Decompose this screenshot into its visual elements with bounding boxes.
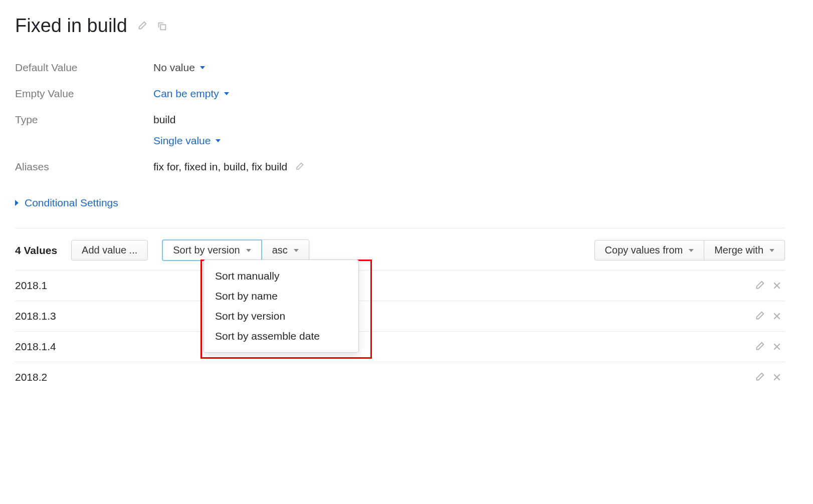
default-value-text: No value [153,62,195,74]
copy-values-from-label: Copy values from [605,244,683,256]
value-row: 2018.1 [15,270,785,301]
page-title: Fixed in build [15,15,127,37]
merge-with-label: Merge with [714,244,763,256]
chevron-down-icon [769,249,774,252]
copy-values-from-button[interactable]: Copy values from [594,240,705,261]
value-row: 2018.1.3 [15,301,785,331]
type-mode-dropdown[interactable]: Single value [153,135,221,147]
values-toolbar: 4 Values Add value ... Sort by version a… [15,228,785,270]
sort-direction-label: asc [272,244,288,256]
value-row: 2018.2 [15,362,785,392]
empty-value-label: Empty Value [15,88,153,100]
aliases-row: Aliases fix for, fixed in, build, fix bu… [15,154,785,180]
sort-direction-button[interactable]: asc [262,239,309,261]
sort-dropdown: Sort manually Sort by name Sort by versi… [204,260,359,353]
type-value: build [153,114,221,126]
values-list: 2018.1 2018.1.3 [15,270,785,392]
type-row: Type build Single value [15,107,785,154]
chevron-down-icon [200,66,205,69]
copy-icon[interactable] [156,21,167,32]
edit-aliases-icon[interactable] [294,162,304,172]
aliases-label: Aliases [15,161,153,173]
value-row: 2018.1.4 [15,331,785,362]
value-name: 2018.1 [15,280,754,292]
right-button-group: Copy values from Merge with [594,240,785,261]
sort-by-label: Sort by version [173,244,240,256]
sort-button-group: Sort by version asc [162,239,309,261]
svg-rect-0 [160,25,165,30]
default-value-label: Default Value [15,62,153,74]
edit-value-icon[interactable] [754,372,765,383]
chevron-down-icon [294,249,299,252]
values-container: 4 Values Add value ... Sort by version a… [15,228,785,392]
empty-value-text: Can be empty [153,88,219,100]
value-name: 2018.1.4 [15,341,754,353]
sort-option-assemble-date[interactable]: Sort by assemble date [204,326,358,346]
conditional-settings-toggle[interactable]: Conditional Settings [15,197,118,209]
delete-value-icon[interactable] [772,342,782,352]
delete-value-icon[interactable] [772,311,782,321]
edit-value-icon[interactable] [754,280,765,291]
value-name: 2018.1.3 [15,310,754,322]
type-label: Type [15,114,153,126]
edit-value-icon[interactable] [754,341,765,352]
empty-value-row: Empty Value Can be empty [15,81,785,107]
type-mode-text: Single value [153,135,211,147]
default-value-dropdown[interactable]: No value [153,62,205,74]
delete-value-icon[interactable] [772,372,782,382]
empty-value-dropdown[interactable]: Can be empty [153,88,229,100]
title-row: Fixed in build [15,15,785,37]
delete-value-icon[interactable] [772,281,782,291]
chevron-right-icon [15,200,19,206]
sort-option-manually[interactable]: Sort manually [204,266,358,286]
sort-option-version[interactable]: Sort by version [204,306,358,326]
chevron-down-icon [246,249,251,252]
sort-by-button[interactable]: Sort by version [162,239,262,261]
add-value-button[interactable]: Add value ... [71,240,148,261]
add-value-label: Add value ... [82,244,137,256]
chevron-down-icon [216,139,221,142]
edit-title-icon[interactable] [136,21,147,32]
chevron-down-icon [689,249,694,252]
value-name: 2018.2 [15,371,754,383]
default-value-row: Default Value No value [15,55,785,81]
field-grid: Default Value No value Empty Value Can b… [15,55,785,180]
merge-with-button[interactable]: Merge with [704,240,785,261]
aliases-value: fix for, fixed in, build, fix build [153,161,287,173]
chevron-down-icon [224,92,229,95]
values-count: 4 Values [15,244,57,257]
edit-value-icon[interactable] [754,311,765,322]
conditional-settings-label: Conditional Settings [25,197,118,209]
sort-option-name[interactable]: Sort by name [204,286,358,306]
